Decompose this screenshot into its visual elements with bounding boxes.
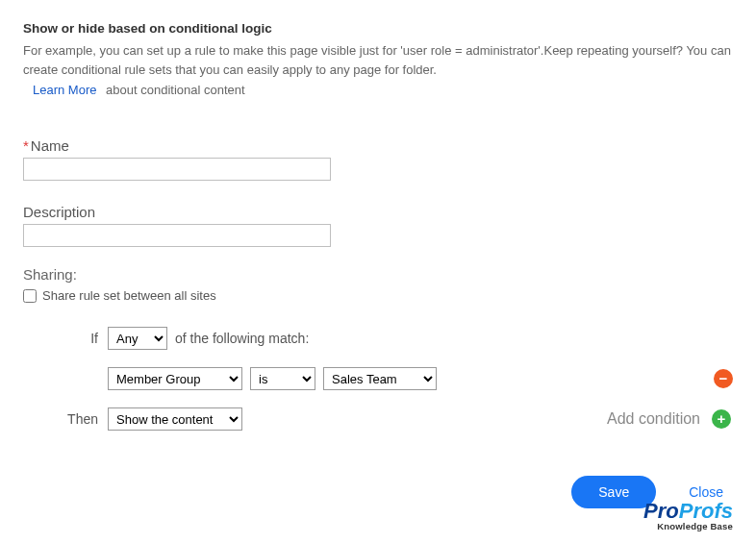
add-condition-icon[interactable]: + (712, 409, 731, 429)
name-field-block: *Name (23, 137, 733, 181)
section-help-text: For example, you can set up a rule to ma… (23, 41, 733, 80)
learn-more-row: Learn More about conditional content (23, 83, 733, 97)
name-input[interactable] (23, 158, 331, 181)
name-label: *Name (23, 137, 733, 154)
condition-value-select[interactable]: Sales Team (323, 367, 437, 390)
description-label: Description (23, 204, 733, 220)
learn-more-link[interactable]: Learn More (33, 83, 96, 97)
section-title: Show or hide based on conditional logic (23, 21, 733, 36)
if-row: If Any of the following match: (23, 324, 733, 353)
name-label-text: Name (31, 137, 69, 154)
brand-part2: Profs (679, 499, 733, 523)
sharing-block: Sharing: Share rule set between all site… (23, 266, 733, 303)
share-checkbox-label: Share rule set between all sites (42, 288, 216, 303)
description-field-block: Description (23, 204, 733, 247)
description-input[interactable] (23, 224, 331, 247)
condition-operator-select[interactable]: is (250, 367, 315, 390)
share-checkbox[interactable] (23, 289, 37, 303)
rule-builder: If Any of the following match: Member Gr… (23, 324, 733, 433)
then-row: Then Show the content Add condition + (23, 405, 733, 433)
condition-field-select[interactable]: Member Group (108, 367, 242, 390)
add-condition-label: Add condition (607, 410, 700, 428)
add-condition-group: Add condition + (607, 409, 731, 429)
required-mark: * (23, 137, 29, 154)
then-action-select[interactable]: Show the content (108, 407, 242, 431)
condition-row: Member Group is Sales Team − (23, 364, 733, 393)
brand-logo: ProProfs Knowledge Base (643, 501, 733, 531)
brand-part1: Pro (643, 499, 679, 523)
share-checkbox-row[interactable]: Share rule set between all sites (23, 288, 733, 303)
action-buttons: Save Close (23, 476, 733, 508)
remove-condition-icon[interactable]: − (714, 369, 733, 388)
brand-subtitle: Knowledge Base (643, 521, 733, 531)
match-text: of the following match: (175, 331, 309, 346)
learn-more-rest: about conditional content (106, 83, 245, 97)
if-label: If (23, 331, 108, 346)
match-mode-select[interactable]: Any (108, 327, 167, 350)
then-label: Then (23, 411, 108, 427)
sharing-label: Sharing: (23, 266, 733, 283)
